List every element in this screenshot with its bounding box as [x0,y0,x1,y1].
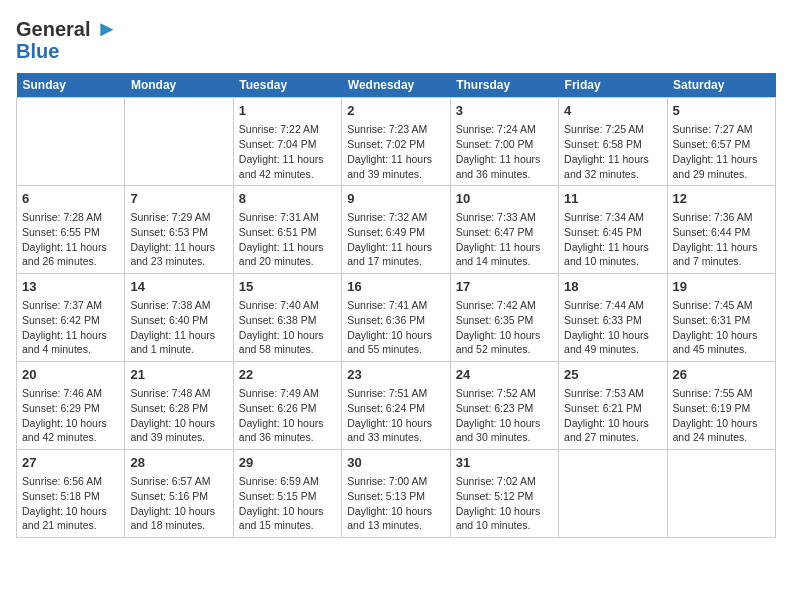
sunrise-text: Sunrise: 7:51 AM [347,387,427,399]
day-number: 16 [347,278,444,296]
sunset-text: Sunset: 6:57 PM [673,138,751,150]
calendar-cell: 14Sunrise: 7:38 AMSunset: 6:40 PMDayligh… [125,274,233,362]
sunset-text: Sunset: 6:51 PM [239,226,317,238]
calendar-cell: 11Sunrise: 7:34 AMSunset: 6:45 PMDayligh… [559,186,667,274]
day-number: 8 [239,190,336,208]
sunset-text: Sunset: 6:55 PM [22,226,100,238]
sunset-text: Sunset: 5:13 PM [347,490,425,502]
daylight-text: Daylight: 10 hours and 27 minutes. [564,417,649,444]
sunrise-text: Sunrise: 7:34 AM [564,211,644,223]
calendar-cell [125,98,233,186]
sunset-text: Sunset: 5:16 PM [130,490,208,502]
day-number: 28 [130,454,227,472]
daylight-text: Daylight: 11 hours and 17 minutes. [347,241,432,268]
day-number: 23 [347,366,444,384]
day-number: 4 [564,102,661,120]
day-number: 20 [22,366,119,384]
calendar-cell: 4Sunrise: 7:25 AMSunset: 6:58 PMDaylight… [559,98,667,186]
daylight-text: Daylight: 10 hours and 30 minutes. [456,417,541,444]
daylight-text: Daylight: 11 hours and 23 minutes. [130,241,215,268]
day-number: 21 [130,366,227,384]
calendar-cell [559,450,667,538]
daylight-text: Daylight: 11 hours and 14 minutes. [456,241,541,268]
daylight-text: Daylight: 11 hours and 1 minute. [130,329,215,356]
day-number: 15 [239,278,336,296]
sunrise-text: Sunrise: 6:56 AM [22,475,102,487]
sunrise-text: Sunrise: 7:40 AM [239,299,319,311]
sunrise-text: Sunrise: 7:37 AM [22,299,102,311]
sunrise-text: Sunrise: 7:28 AM [22,211,102,223]
calendar-cell: 17Sunrise: 7:42 AMSunset: 6:35 PMDayligh… [450,274,558,362]
calendar-cell: 16Sunrise: 7:41 AMSunset: 6:36 PMDayligh… [342,274,450,362]
weekday-header-sunday: Sunday [17,73,125,98]
calendar-cell: 23Sunrise: 7:51 AMSunset: 6:24 PMDayligh… [342,362,450,450]
sunset-text: Sunset: 6:36 PM [347,314,425,326]
sunrise-text: Sunrise: 7:02 AM [456,475,536,487]
sunrise-text: Sunrise: 7:32 AM [347,211,427,223]
daylight-text: Daylight: 10 hours and 18 minutes. [130,505,215,532]
day-number: 29 [239,454,336,472]
sunrise-text: Sunrise: 7:29 AM [130,211,210,223]
sunrise-text: Sunrise: 7:27 AM [673,123,753,135]
day-number: 25 [564,366,661,384]
day-number: 14 [130,278,227,296]
calendar-cell: 21Sunrise: 7:48 AMSunset: 6:28 PMDayligh… [125,362,233,450]
calendar-cell: 25Sunrise: 7:53 AMSunset: 6:21 PMDayligh… [559,362,667,450]
sunset-text: Sunset: 6:58 PM [564,138,642,150]
calendar-cell: 30Sunrise: 7:00 AMSunset: 5:13 PMDayligh… [342,450,450,538]
day-number: 1 [239,102,336,120]
calendar-cell: 13Sunrise: 7:37 AMSunset: 6:42 PMDayligh… [17,274,125,362]
daylight-text: Daylight: 11 hours and 20 minutes. [239,241,324,268]
sunset-text: Sunset: 6:26 PM [239,402,317,414]
sunset-text: Sunset: 6:49 PM [347,226,425,238]
logo-blue: Blue [16,40,59,62]
sunset-text: Sunset: 6:21 PM [564,402,642,414]
calendar-cell: 15Sunrise: 7:40 AMSunset: 6:38 PMDayligh… [233,274,341,362]
day-number: 7 [130,190,227,208]
day-number: 26 [673,366,770,384]
day-number: 18 [564,278,661,296]
sunset-text: Sunset: 6:29 PM [22,402,100,414]
daylight-text: Daylight: 10 hours and 36 minutes. [239,417,324,444]
calendar-cell: 29Sunrise: 6:59 AMSunset: 5:15 PMDayligh… [233,450,341,538]
sunrise-text: Sunrise: 7:24 AM [456,123,536,135]
calendar-cell: 31Sunrise: 7:02 AMSunset: 5:12 PMDayligh… [450,450,558,538]
weekday-header-wednesday: Wednesday [342,73,450,98]
calendar-cell: 18Sunrise: 7:44 AMSunset: 6:33 PMDayligh… [559,274,667,362]
weekday-header-thursday: Thursday [450,73,558,98]
day-number: 9 [347,190,444,208]
sunset-text: Sunset: 6:42 PM [22,314,100,326]
calendar-cell: 28Sunrise: 6:57 AMSunset: 5:16 PMDayligh… [125,450,233,538]
sunset-text: Sunset: 6:44 PM [673,226,751,238]
calendar-cell: 5Sunrise: 7:27 AMSunset: 6:57 PMDaylight… [667,98,775,186]
sunrise-text: Sunrise: 7:53 AM [564,387,644,399]
weekday-header-tuesday: Tuesday [233,73,341,98]
calendar-cell: 27Sunrise: 6:56 AMSunset: 5:18 PMDayligh… [17,450,125,538]
sunset-text: Sunset: 6:24 PM [347,402,425,414]
daylight-text: Daylight: 10 hours and 10 minutes. [456,505,541,532]
sunrise-text: Sunrise: 7:22 AM [239,123,319,135]
calendar-cell: 7Sunrise: 7:29 AMSunset: 6:53 PMDaylight… [125,186,233,274]
day-number: 2 [347,102,444,120]
sunset-text: Sunset: 5:18 PM [22,490,100,502]
sunrise-text: Sunrise: 7:31 AM [239,211,319,223]
sunrise-text: Sunrise: 7:36 AM [673,211,753,223]
sunrise-text: Sunrise: 7:41 AM [347,299,427,311]
sunrise-text: Sunrise: 7:23 AM [347,123,427,135]
daylight-text: Daylight: 11 hours and 7 minutes. [673,241,758,268]
calendar-cell: 9Sunrise: 7:32 AMSunset: 6:49 PMDaylight… [342,186,450,274]
calendar-cell: 6Sunrise: 7:28 AMSunset: 6:55 PMDaylight… [17,186,125,274]
daylight-text: Daylight: 10 hours and 21 minutes. [22,505,107,532]
day-number: 3 [456,102,553,120]
sunset-text: Sunset: 6:40 PM [130,314,208,326]
calendar-cell: 3Sunrise: 7:24 AMSunset: 7:00 PMDaylight… [450,98,558,186]
calendar-cell [17,98,125,186]
sunset-text: Sunset: 5:15 PM [239,490,317,502]
day-number: 31 [456,454,553,472]
daylight-text: Daylight: 10 hours and 55 minutes. [347,329,432,356]
sunset-text: Sunset: 6:45 PM [564,226,642,238]
calendar-cell: 10Sunrise: 7:33 AMSunset: 6:47 PMDayligh… [450,186,558,274]
day-number: 17 [456,278,553,296]
daylight-text: Daylight: 10 hours and 52 minutes. [456,329,541,356]
logo-bird-icon: ► [96,16,118,41]
